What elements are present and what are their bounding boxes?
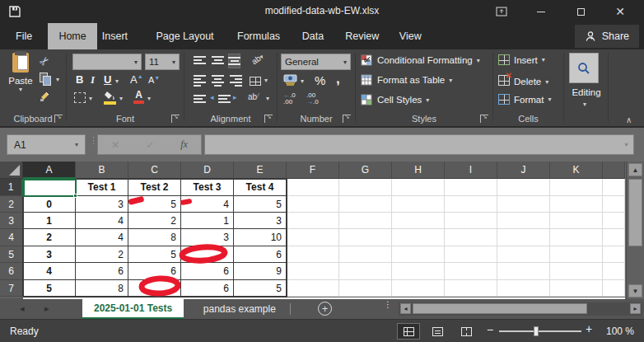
column-header-B[interactable]: B [76,162,128,179]
page-layout-view-button[interactable] [426,323,449,340]
zoom-in-button[interactable]: + [586,322,592,335]
cell-H5[interactable] [392,246,445,263]
italic-button[interactable]: I [91,73,95,87]
borders-button[interactable] [74,92,86,103]
column-header-partial[interactable] [603,162,625,179]
font-size-combo[interactable]: 11▾ [145,54,180,70]
cell-J1[interactable] [497,179,550,196]
cell-K7[interactable] [550,280,603,297]
horizontal-scroll-thumb[interactable] [413,303,587,314]
close-button[interactable]: ✕ [606,0,634,23]
bold-button[interactable]: B [76,73,83,86]
align-bottom-button[interactable] [228,54,240,68]
row-header-2[interactable]: 2 [0,196,23,213]
format-painter-icon[interactable] [40,91,51,102]
hscroll-right-button[interactable]: ▸ [630,303,641,314]
cell-C1[interactable]: Test 2 [128,179,181,196]
cell-I5[interactable] [445,246,497,263]
cancel-formula-icon[interactable]: ✕ [111,139,119,151]
accounting-format-button[interactable] [283,74,298,86]
cell-C3[interactable]: 2 [128,213,181,229]
cell-B2[interactable]: 3 [76,196,128,213]
new-sheet-button[interactable]: + [318,302,332,316]
cell-F1[interactable] [287,179,339,196]
number-dialog-launcher[interactable] [343,115,351,123]
ribbon-tab-formulas[interactable]: Formulas [226,23,291,49]
minimize-button[interactable] [527,0,555,23]
cell-E5[interactable]: 6 [234,246,287,263]
cell-H1[interactable] [392,179,445,196]
clipboard-dialog-launcher[interactable] [54,115,63,123]
wrap-text-button[interactable] [250,74,261,89]
align-right-button[interactable] [230,75,242,87]
cell-H7[interactable] [392,280,445,297]
cell-L2[interactable] [603,196,625,213]
delete-cells-button[interactable]: ✕ Delete▾ [498,74,548,89]
cell-L4[interactable] [603,229,625,246]
cell-A5[interactable]: 3 [23,246,76,263]
cell-F5[interactable] [287,246,339,263]
cell-K6[interactable] [550,263,603,280]
insert-cells-button[interactable]: Insert▾ [498,54,545,65]
sheet-nav-right-icon[interactable]: ▸ [44,303,49,314]
ribbon-tab-home[interactable]: Home [48,23,96,49]
zoom-out-button[interactable]: − [487,323,493,336]
scroll-up-button[interactable]: ▲ [628,163,642,176]
sheet-nav-left-icon[interactable]: ◂ [20,303,25,314]
cell-D4[interactable]: 3 [181,229,234,246]
column-header-G[interactable]: G [339,162,392,179]
cell-D2[interactable]: 4 [181,196,234,213]
zoom-slider-thumb[interactable] [534,326,539,336]
font-color-button[interactable]: A [133,91,144,104]
decrease-decimal-button[interactable]: .00→.0 [306,92,319,105]
column-header-C[interactable]: C [128,162,181,179]
copy-dropdown[interactable]: ▾ [56,76,59,83]
increase-font-button[interactable]: A▲ [130,73,143,86]
zoom-level[interactable]: 100 % [606,326,634,337]
share-button[interactable]: Share [575,25,639,48]
comma-style-button[interactable]: , [336,71,340,87]
cell-D7[interactable]: 6 [181,280,234,297]
cell-D6[interactable]: 6 [181,263,234,280]
zoom-slider-track[interactable] [499,330,581,332]
decrease-indent-button[interactable] [194,95,206,103]
cell-J6[interactable] [497,263,550,280]
increase-indent-button[interactable] [218,95,231,103]
cell-J5[interactable] [497,246,550,263]
cell-I6[interactable] [445,263,497,280]
cell-H2[interactable] [392,196,445,213]
cut-icon[interactable]: ✂ [36,53,53,69]
cell-L3[interactable] [603,213,625,229]
ribbon-tab-data[interactable]: Data [292,23,334,49]
ribbon-tab-page-layout[interactable]: Page Layout [145,23,224,49]
cell-L6[interactable] [603,263,625,280]
cell-C7[interactable] [128,280,181,297]
column-header-K[interactable]: K [550,162,603,179]
paste-button[interactable]: Paste ▾ [5,53,36,114]
scroll-down-button[interactable]: ▼ [628,284,642,297]
cell-A2[interactable]: 0 [23,196,76,213]
select-all-button[interactable] [0,162,23,179]
cell-E3[interactable]: 3 [234,213,287,229]
cell-F6[interactable] [287,263,339,280]
name-box-dropdown[interactable]: ▾ [75,141,78,148]
format-cells-button[interactable]: Format▾ [498,94,551,105]
cell-I4[interactable] [445,229,497,246]
cell-E4[interactable]: 10 [234,229,287,246]
horizontal-scrollbar[interactable]: ◂ ▸ [399,302,642,316]
underline-dropdown[interactable]: ▾ [115,77,119,85]
ribbon-display-options-icon[interactable] [488,0,516,23]
enter-formula-icon[interactable]: ✓ [146,139,154,151]
find-select-button[interactable] [569,53,599,83]
cell-K2[interactable] [550,196,603,213]
align-middle-button[interactable] [212,56,224,64]
cell-H3[interactable] [392,213,445,229]
cell-I7[interactable] [445,280,497,297]
cell-F3[interactable] [287,213,339,229]
cell-F7[interactable] [287,280,339,297]
fill-color-button[interactable] [104,91,117,105]
cell-C2[interactable]: 5 [128,196,181,213]
cell-C6[interactable]: 6 [128,263,181,280]
cell-F4[interactable] [287,229,339,246]
styles-dialog-launcher[interactable] [480,115,488,123]
